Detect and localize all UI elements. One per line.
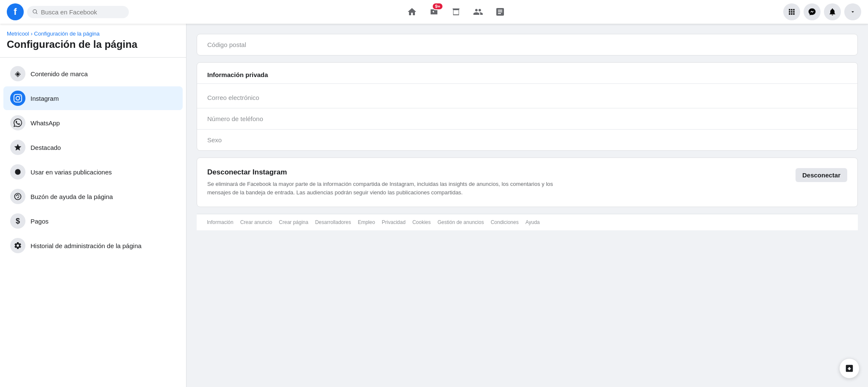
sidebar-item-label-historial: Historial de administración de la página [31, 242, 142, 249]
footer-link-privacidad[interactable]: Privacidad [382, 219, 406, 225]
breadcrumb-parent[interactable]: Metricool [7, 30, 29, 37]
sidebar-item-label-buzon: Buzón de ayuda de la página [31, 193, 113, 200]
nav-store-button[interactable] [446, 2, 466, 22]
video-badge: 9+ [432, 3, 443, 10]
footer-link-crear-anuncio[interactable]: Crear anuncio [240, 219, 272, 225]
footer-link-cookies[interactable]: Cookies [412, 219, 431, 225]
codigo-postal-section: Código postal [197, 34, 858, 55]
sidebar-item-label-destacado: Destacado [31, 144, 61, 151]
page-layout: Metricool › Configuración de la página C… [0, 24, 868, 387]
notifications-button[interactable] [824, 3, 841, 20]
instagram-icon [10, 91, 25, 106]
sidebar-item-label-instagram: Instagram [31, 95, 59, 102]
sidebar-header: Metricool › Configuración de la página C… [0, 30, 186, 58]
sidebar-item-buzon[interactable]: Buzón de ayuda de la página [3, 185, 183, 208]
sidebar-item-label-pagos: Pagos [31, 218, 49, 225]
buzon-icon [10, 189, 25, 204]
section-divider [197, 83, 857, 84]
facebook-logo[interactable]: f [7, 3, 24, 20]
account-menu-button[interactable] [844, 3, 861, 20]
page-title: Configuración de la página [7, 39, 179, 50]
footer-link-ayuda[interactable]: Ayuda [526, 219, 540, 225]
main-content: Código postal Información privada Correo… [186, 24, 868, 387]
disconnect-button[interactable]: Desconectar [796, 168, 847, 182]
fab-button[interactable] [839, 358, 860, 379]
search-icon [32, 8, 38, 15]
historial-icon [10, 238, 25, 253]
disconnect-content: Desconectar Instagram Se eliminará de Fa… [207, 168, 555, 196]
nav-video-button[interactable]: 9+ [424, 2, 444, 22]
search-input[interactable] [41, 8, 124, 16]
codigo-postal-field: Código postal [197, 34, 857, 55]
footer-link-condiciones[interactable]: Condiciones [491, 219, 519, 225]
footer-link-gestion-anuncios[interactable]: Gestión de anuncios [437, 219, 484, 225]
messenger-button[interactable] [804, 3, 821, 20]
footer-link-crear-pagina[interactable]: Crear página [279, 219, 308, 225]
breadcrumb-current: Configuración de la página [34, 30, 100, 37]
destacado-icon [10, 140, 25, 155]
footer-link-informacion[interactable]: Información [207, 219, 234, 225]
search-bar[interactable] [27, 6, 129, 18]
brand-icon: ◈ [10, 66, 25, 81]
sidebar-item-label-whatsapp: WhatsApp [31, 119, 60, 127]
svg-point-0 [15, 169, 20, 174]
sidebar-item-instagram[interactable]: Instagram [3, 86, 183, 110]
telefono-field: Número de teléfono [197, 108, 857, 130]
sidebar-item-destacado[interactable]: Destacado [3, 135, 183, 159]
sidebar-item-pagos[interactable]: $ Pagos [3, 209, 183, 233]
sidebar-item-label-publicaciones: Usar en varias publicaciones [31, 169, 112, 176]
sidebar: Metricool › Configuración de la página C… [0, 24, 186, 387]
pagos-icon: $ [10, 213, 25, 229]
footer-link-empleo[interactable]: Empleo [358, 219, 375, 225]
nav-news-button[interactable] [490, 2, 510, 22]
footer-link-desarrolladores[interactable]: Desarrolladores [315, 219, 351, 225]
sidebar-item-whatsapp[interactable]: WhatsApp [3, 111, 183, 135]
top-navigation: f 9+ [0, 0, 868, 24]
grid-menu-button[interactable] [783, 3, 800, 20]
disconnect-title: Desconectar Instagram [207, 168, 555, 177]
sidebar-item-publicaciones[interactable]: Usar en varias publicaciones [3, 160, 183, 184]
informacion-privada-title: Información privada [197, 63, 857, 80]
sidebar-item-label-brand: Contenido de marca [31, 70, 88, 77]
disconnect-description: Se eliminará de Facebook la mayor parte … [207, 180, 555, 196]
sexo-field: Sexo [197, 130, 857, 150]
sidebar-item-historial[interactable]: Historial de administración de la página [3, 234, 183, 257]
page-footer: Información Crear anuncio Crear página D… [197, 214, 858, 230]
disconnect-section: Desconectar Instagram Se eliminará de Fa… [197, 158, 858, 207]
whatsapp-icon [10, 115, 25, 130]
sidebar-item-brand[interactable]: ◈ Contenido de marca [3, 62, 183, 86]
publicaciones-icon [10, 164, 25, 180]
nav-home-button[interactable] [402, 2, 422, 22]
nav-center: 9+ [132, 2, 780, 22]
correo-field: Correo electrónico [197, 87, 857, 108]
informacion-privada-section: Información privada Correo electrónico N… [197, 62, 858, 151]
nav-right [783, 3, 861, 20]
nav-friends-button[interactable] [468, 2, 488, 22]
breadcrumb: Metricool › Configuración de la página [7, 30, 179, 37]
sidebar-navigation: ◈ Contenido de marca Instagram WhatsApp [0, 58, 186, 262]
